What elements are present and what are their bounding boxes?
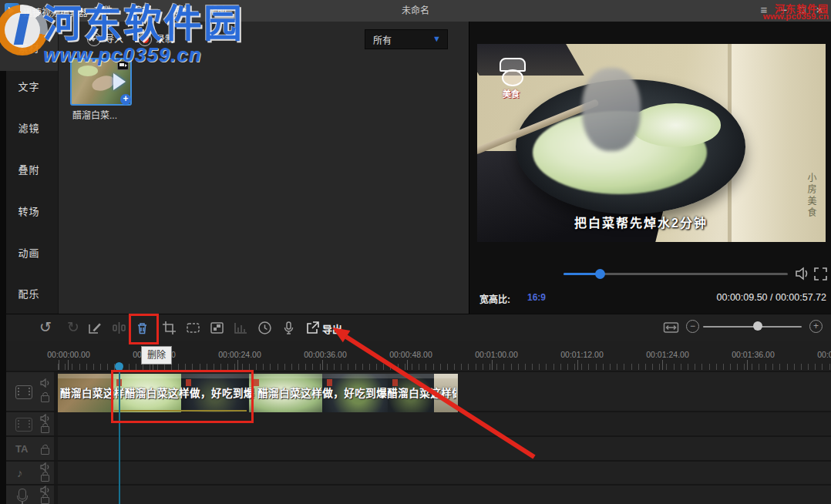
timeline-zoom-slider[interactable] [703,326,802,328]
track-mute-icon[interactable] [40,378,51,389]
thumbnail-image [78,66,98,76]
site-watermark-url: www.pc0359.cn [43,43,202,67]
media-filter-dropdown[interactable]: 所有 ▼ [365,29,448,49]
music-track-icon: ♪ [17,466,23,479]
split-clip-button[interactable] [112,321,126,335]
left-edge-strip [0,71,6,504]
canvas-size-button[interactable] [186,321,200,335]
voiceover-mic-button[interactable] [281,321,296,335]
sidebar-item-filter[interactable]: 滤镜 [0,120,58,135]
media-filter-value: 所有 [373,33,392,46]
document-title: 未命名 [377,0,454,22]
ruler-label: 00:00:36.00 [304,350,346,359]
aspect-ratio-label: 宽高比: [479,292,510,305]
ruler-label: 00:00:00.00 [47,350,89,359]
play-overlay-icon [113,73,126,90]
music-track[interactable]: ♪ [0,462,831,484]
timeline-ruler[interactable]: 00:00:00.00 00:00:12.00 00:00:24.00 00:0… [0,341,831,371]
seek-bar-fill [564,273,600,275]
sidebar-item-animation[interactable]: 动画 [0,245,58,260]
seek-bar-handle[interactable] [595,269,605,279]
undo-button[interactable]: ↺ [37,319,54,336]
sidebar-item-text[interactable]: 文字 [0,79,58,93]
audio-levels-button[interactable] [234,321,248,335]
media-clip-name: 醋溜白菜... [72,108,117,121]
sidebar-item-transition[interactable]: 转场 [0,203,58,218]
delete-tooltip: 删除 [141,346,172,365]
zoom-out-icon[interactable]: − [686,320,699,333]
video-frame[interactable]: 美食 把白菜帮先焯水2分钟 小房美食 [477,44,826,242]
chevron-down-icon: ▼ [432,34,441,43]
edit-clip-button[interactable] [88,321,103,335]
mosaic-button[interactable] [210,321,224,335]
ruler-label: 00:01:24.00 [646,350,688,359]
ruler-label: 00:01:48.00 [817,350,831,359]
chef-logo: 美食 [494,58,528,102]
track-lock-icon[interactable] [41,448,49,455]
track-lock-icon[interactable] [41,426,49,433]
video-track-icon [15,385,32,399]
ruler-label: 00:01:00.00 [475,350,517,359]
voiceover-track-icon [19,489,26,499]
crop-button[interactable] [162,321,177,335]
sidebar-item-overlay[interactable]: 叠附 [0,162,58,176]
playback-timecode: 00:00:09.50 / 00:00:57.72 [626,292,826,303]
track-lock-icon[interactable] [41,395,49,402]
preview-panel: 美食 把白菜帮先焯水2分钟 小房美食 ◀ ▶ ▶ ■ [469,22,831,314]
annotation-box-delete [129,314,159,344]
video-side-watermark: 小房美食 [805,173,818,219]
annotation-box-clip [111,370,254,423]
ruler-label: 00:01:36.00 [732,350,774,359]
duration-clock-button[interactable] [257,321,272,335]
ruler-label: 00:00:24.00 [218,350,261,359]
redo-button[interactable]: ↻ [65,319,82,336]
track-lock-icon[interactable] [41,497,49,504]
speaker-icon[interactable] [796,267,811,281]
aspect-ratio-value[interactable]: 16:9 [527,292,546,303]
chef-face-icon [502,69,523,86]
text-track-icon: TA [15,443,28,455]
text-track[interactable]: TA [0,437,831,460]
video-track-icon [15,418,32,432]
zoom-in-icon[interactable]: + [809,320,823,333]
export-icon[interactable] [305,321,320,335]
add-to-timeline-icon[interactable]: + [120,94,131,105]
site-watermark-text: 河东软件园 [43,5,244,43]
fit-timeline-icon[interactable] [663,321,679,334]
video-subtitle: 把白菜帮先焯水2分钟 [477,213,805,231]
site-watermark-url-right: www.pc0359.cn [763,12,829,21]
sidebar-item-music[interactable]: 配乐 [0,286,58,301]
ruler-major-ticks [58,360,831,370]
voiceover-track[interactable] [0,486,831,504]
ruler-label: 00:01:12.00 [560,350,603,359]
export-button[interactable]: 导出 [322,321,342,336]
track-lock-icon[interactable] [41,475,49,482]
fullscreen-icon[interactable] [814,267,827,281]
video-editor-window: 迅捷视频编辑器 文件 编辑 导出 帮助 未命名 ≡ − □ × 素材 文字 滤镜… [0,0,831,504]
ruler-label: 00:00:48.00 [389,350,432,359]
timeline-zoom-handle[interactable] [753,321,762,331]
